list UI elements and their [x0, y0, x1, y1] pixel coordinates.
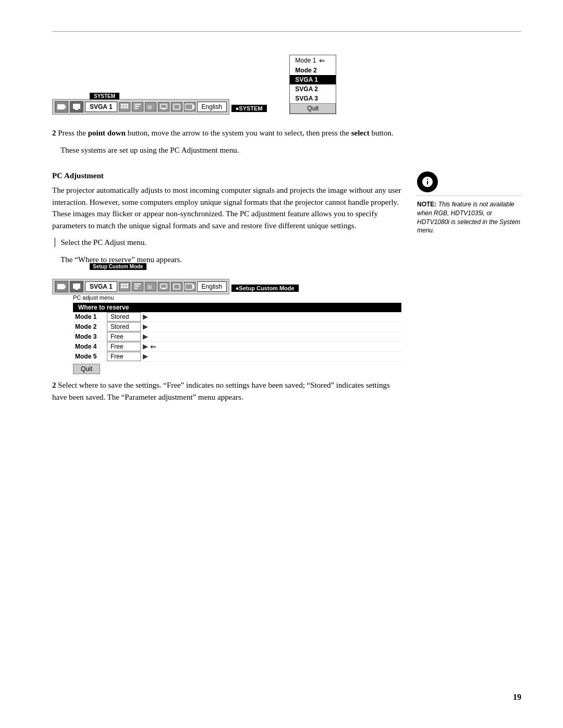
square-icon-2 [171, 282, 182, 291]
svg-rect-18 [192, 105, 194, 108]
system-header-tab: SYSTEM [90, 93, 119, 100]
note-text: NOTE: This feature is not available when… [417, 200, 521, 235]
svg-rect-1 [64, 106, 66, 108]
wrt-row-mode5[interactable]: Mode 5 Free ▶ [73, 352, 401, 362]
monitor-icon [70, 101, 83, 113]
top-rule [52, 31, 521, 32]
menu-bar-1: SVGA 1 [52, 99, 229, 115]
menu-bar-2: SVGA 1 ⊞ [52, 279, 229, 294]
step2-block: 2 Press the point down button, move the … [52, 127, 521, 156]
step1-text: │ Select the PC Adjust menu. [52, 237, 401, 249]
svga-button-2[interactable]: SVGA 1 [85, 281, 117, 292]
svg-rect-9 [126, 106, 128, 108]
menu-svga3[interactable]: SVGA 3 [290, 94, 336, 103]
wrt-row-mode1[interactable]: Mode 1 Stored ▶ [73, 312, 401, 322]
step2-para2: These systems are set up using the PC Ad… [60, 144, 521, 156]
svg-rect-37 [192, 285, 194, 288]
wrt-mode1-val: Stored [107, 312, 141, 322]
step2-text1: Press the [58, 129, 88, 137]
setup-label: ●Setup Custom Mode [231, 285, 299, 292]
wrt-mode5-label: Mode 5 [73, 352, 107, 361]
bars-icon [132, 102, 143, 112]
grid-icon-2 [119, 282, 130, 291]
english-button-2[interactable]: English [197, 281, 227, 292]
left-column: PC Adjustment The projector automaticall… [52, 161, 401, 408]
wrt-row-mode3[interactable]: Mode 3 Free ▶ [73, 332, 401, 342]
setup-bar-wrapper: Setup Custom Mode [52, 270, 229, 294]
system-dropdown: Mode 1 ⇐ Mode 2 SVGA 1 SVGA 2 SVGA 3 Qui… [289, 55, 336, 114]
section-title-pc: PC Adjustment [52, 171, 401, 180]
step2-text2: button, move the arrow to the system you… [126, 129, 351, 137]
svga-button-1[interactable]: SVGA 1 [85, 102, 117, 112]
menu-svga2[interactable]: SVGA 2 [290, 84, 336, 94]
svg-rect-21 [73, 283, 80, 289]
svg-rect-12 [134, 108, 138, 109]
film-icon-2 [184, 282, 195, 291]
menu-svga1[interactable]: SVGA 1 [290, 75, 336, 84]
svg-rect-30 [134, 286, 139, 287]
svg-rect-19 [57, 284, 65, 289]
svg-rect-31 [134, 288, 138, 289]
english-button-1[interactable]: English [197, 102, 227, 112]
svg-rect-29 [134, 283, 141, 285]
wrt-mode3-val: Free [107, 332, 141, 341]
pc-adjust-label: PC adjust menu [73, 294, 401, 301]
wrt-row-mode4[interactable]: Mode 4 Free ▶ ⇐ [73, 342, 401, 352]
svg-rect-20 [64, 286, 66, 288]
svg-rect-22 [75, 289, 78, 290]
svg-rect-36 [185, 284, 192, 290]
wrt-mode2-arrow: ▶ [143, 323, 148, 331]
note-icon [417, 171, 438, 192]
svg-rect-27 [124, 286, 126, 288]
setup-tab: Setup Custom Mode [90, 263, 146, 270]
page-container: SYSTEM SVGA 1 [0, 0, 563, 728]
wrt-row-mode2[interactable]: Mode 2 Stored ▶ [73, 322, 401, 332]
svg-rect-7 [121, 106, 123, 108]
screen-icon [158, 102, 169, 112]
wrt-mode1-arrow: ▶ [143, 313, 148, 321]
svg-rect-4 [121, 104, 123, 106]
svg-text:⊞: ⊞ [148, 104, 152, 110]
menu-mode2[interactable]: Mode 2 [290, 66, 336, 75]
projector-icon [55, 101, 68, 113]
svg-rect-33 [161, 284, 167, 288]
right-column: NOTE: This feature is not available when… [417, 161, 521, 408]
menu-mode1[interactable]: Mode 1 ⇐ [290, 55, 336, 66]
quit-button-2[interactable]: Quit [73, 364, 100, 374]
svg-rect-6 [126, 104, 128, 106]
projector-icon-2 [55, 281, 68, 292]
step1-select: Select the PC Adjust menu. [60, 238, 146, 246]
svg-rect-11 [134, 106, 139, 107]
wrt-mode4-label: Mode 4 [73, 342, 107, 351]
step2b-para: 2 Select where to save the settings. “Fr… [52, 379, 401, 403]
wrt-mode2-val: Stored [107, 322, 141, 331]
svg-rect-3 [75, 109, 78, 110]
pc-adjust-para: The projector automatically adjusts to m… [52, 184, 401, 231]
arrows-icon: ⊞ [145, 102, 156, 112]
step2-para: 2 Press the point down button, move the … [52, 127, 521, 139]
wrt-mode5-val: Free [107, 352, 141, 361]
step2-bold2: select [351, 129, 370, 137]
system-bar-wrapper: SYSTEM SVGA 1 [52, 93, 229, 115]
step-indicator-1: │ [52, 238, 58, 246]
wrt-mode2-label: Mode 2 [73, 322, 107, 331]
wrt-mode3-arrow: ▶ [143, 332, 148, 341]
step-number-2: 2 [52, 129, 56, 137]
wrt-mode5-arrow: ▶ [143, 352, 148, 361]
svg-rect-2 [73, 104, 80, 109]
svg-rect-25 [126, 283, 128, 286]
bars-icon-2 [132, 282, 143, 291]
svg-rect-34 [162, 288, 165, 289]
menu-quit-1[interactable]: Quit [290, 103, 336, 114]
svg-rect-17 [185, 104, 192, 110]
where-reserve-table: Where to reserve Mode 1 Stored ▶ Mode 2 … [73, 303, 401, 374]
mode1-arrow: ⇐ [319, 56, 325, 65]
monitor-icon-2 [70, 281, 83, 292]
system-screenshot-area: SYSTEM SVGA 1 [52, 53, 521, 115]
wrt-mode4-val: Free [107, 342, 141, 351]
svg-text:⊞: ⊞ [148, 284, 152, 290]
svg-rect-24 [124, 283, 126, 286]
svg-rect-5 [124, 104, 126, 106]
where-reserve-header: Where to reserve [73, 303, 401, 312]
svg-rect-16 [174, 104, 180, 109]
